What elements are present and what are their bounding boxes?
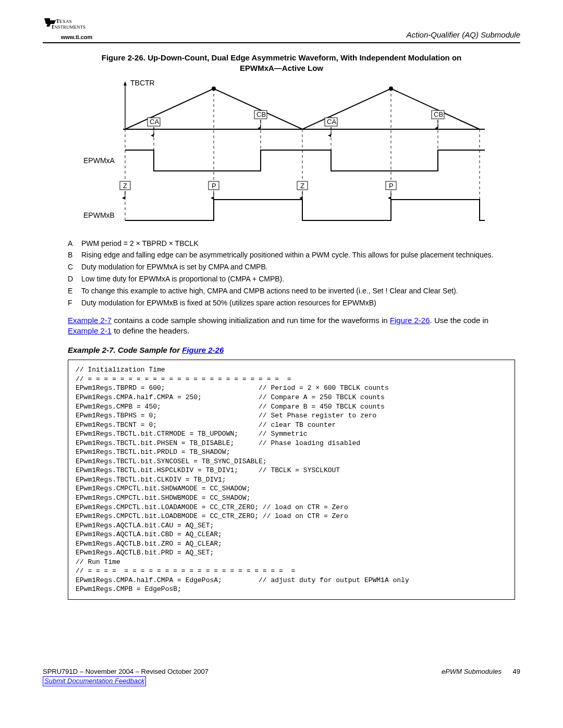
note-text: Duty modulation for EPWMxB is fixed at 5… [81, 298, 376, 308]
figure-caption-line2: EPWMxA—Active Low [240, 64, 323, 72]
para-text: . Use the code in [430, 316, 489, 325]
svg-text:NSTRUMENTS: NSTRUMENTS [54, 24, 85, 30]
note-tag: A [68, 239, 81, 249]
note-tag: B [68, 250, 81, 260]
note-row: APWM period = 2 × TBPRD × TBCLK [68, 239, 515, 249]
note-text: PWM period = 2 × TBPRD × TBCLK [81, 239, 199, 249]
note-row: DLow time duty for EPWMxA is proportiona… [68, 274, 515, 284]
header-rule [43, 42, 520, 43]
marker-cb: CB [256, 110, 266, 118]
figure-notes: APWM period = 2 × TBPRD × TBCLK BRising … [68, 239, 515, 308]
note-row: BRising edge and falling edge can be asy… [68, 250, 515, 260]
note-tag: E [68, 286, 81, 296]
submit-feedback-link[interactable]: Submit Documentation Feedback [43, 676, 146, 686]
note-text: Low time duty for EPWMxA is proportional… [81, 274, 284, 284]
crossref-paragraph: Example 2-7 contains a code sample showi… [68, 315, 515, 337]
marker-cb-2: CB [434, 110, 443, 118]
note-tag: F [68, 298, 81, 308]
marker-p-2: P [389, 182, 394, 190]
page-header: T EXAS I NSTRUMENTS www.ti.com Action-Qu… [43, 16, 520, 40]
note-text: Rising edge and falling edge can be asym… [81, 250, 493, 260]
code-listing: // Initialization Time // = = = = = = = … [68, 360, 515, 600]
figure-caption-line1: Figure 2-26. Up-Down-Count, Dual Edge As… [102, 53, 461, 62]
note-tag: D [68, 274, 81, 284]
note-tag: C [68, 262, 81, 272]
marker-z-2: Z [300, 182, 304, 190]
ti-logo-icon: T EXAS I NSTRUMENTS [43, 16, 111, 33]
example-title-prefix: Example 2-7. Code Sample for [68, 346, 182, 354]
label-tbctr: TBCTR [130, 79, 155, 87]
marker-z: Z [123, 182, 127, 190]
timing-diagram: TBCTR CA [73, 77, 490, 233]
note-row: CDuty modulation for EPWMxA is set by CM… [68, 262, 515, 272]
para-text: to define the headers. [112, 326, 189, 335]
link-figure-2-26[interactable]: Figure 2-26 [390, 316, 430, 325]
footer-docid: SPRU791D – November 2004 – Revised Octob… [43, 668, 209, 676]
svg-text:EXAS: EXAS [59, 19, 72, 24]
marker-ca: CA [150, 118, 159, 126]
page-footer: SPRU791D – November 2004 – Revised Octob… [43, 668, 520, 686]
note-row: FDuty modulation for EPWMxB is fixed at … [68, 298, 515, 308]
label-epwmxb: EPWMxB [83, 211, 115, 219]
header-url: www.ti.com [61, 34, 93, 40]
note-text: To change this example to active high, C… [81, 286, 458, 296]
para-text: contains a code sample showing initializ… [112, 316, 390, 325]
note-row: ETo change this example to active high, … [68, 286, 515, 296]
example-title: Example 2-7. Code Sample for Figure 2-26 [68, 346, 520, 354]
footer-chapter: ePWM Submodules [442, 668, 501, 675]
figure-caption: Figure 2-26. Up-Down-Count, Dual Edge As… [68, 53, 495, 74]
link-figure-2-26-b[interactable]: Figure 2-26 [182, 346, 224, 354]
footer-page-number: 49 [513, 668, 520, 675]
link-example-2-7[interactable]: Example 2-7 [68, 316, 112, 325]
section-heading: Action-Qualifier (AQ) Submodule [407, 30, 520, 40]
label-epwmxa: EPWMxA [83, 156, 115, 165]
marker-ca-2: CA [327, 118, 336, 126]
marker-p: P [212, 182, 216, 190]
link-example-2-1[interactable]: Example 2-1 [68, 326, 112, 335]
note-text: Duty modulation for EPWMxA is set by CMP… [81, 262, 268, 272]
svg-text:I: I [52, 23, 54, 30]
ti-logo-block: T EXAS I NSTRUMENTS www.ti.com [43, 16, 111, 40]
